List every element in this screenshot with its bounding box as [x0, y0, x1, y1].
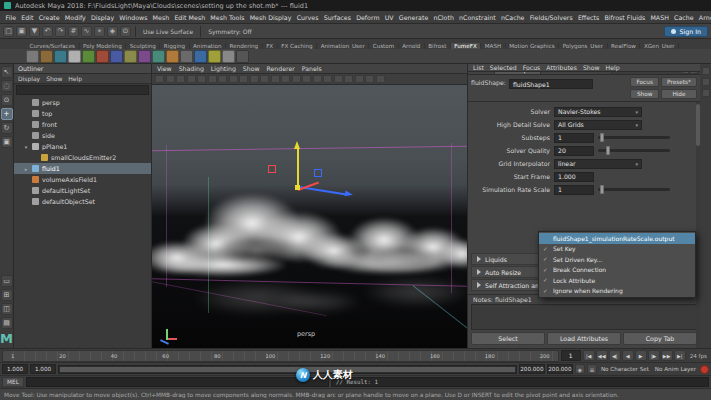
menu-item[interactable]: MASH	[648, 14, 672, 21]
step-back-frame-button[interactable]: ◀|	[609, 350, 621, 361]
menu-item[interactable]: Effects	[575, 14, 602, 21]
menu-item[interactable]: Create	[36, 14, 62, 21]
grid-icon[interactable]	[229, 75, 238, 83]
move-manipulator-z-cone[interactable]	[345, 190, 354, 197]
shelf-tab-realflow[interactable]: RealFlow	[608, 43, 641, 49]
timeline-ticks[interactable]: 120406080100120140160180200	[2, 350, 559, 362]
menu-item[interactable]: Mesh Display	[247, 14, 294, 21]
shelf-icon-8[interactable]	[124, 50, 137, 63]
symmetry-label[interactable]: Symmetry: Off	[205, 28, 254, 35]
menu-item[interactable]: Arnold	[696, 14, 711, 21]
current-frame-field[interactable]: 1	[561, 350, 581, 361]
outliner-search-input[interactable]	[16, 85, 149, 95]
move-manipulator-xy-plane-handle[interactable]	[268, 165, 276, 173]
context-menu-item-lock-attribute[interactable]: ✓ Lock Attribute	[539, 275, 695, 286]
solver-quality-field[interactable]: 20	[554, 146, 594, 156]
rotate-tool[interactable]: ↻	[1, 122, 13, 134]
copy-tab-button[interactable]: Copy Tab	[623, 332, 697, 345]
shelf-icon-16[interactable]	[236, 50, 249, 63]
shelf-tab-motion-graphics[interactable]: Motion Graphics	[506, 43, 559, 49]
open-scene-icon[interactable]: ▣	[16, 26, 27, 37]
character-set-selector[interactable]: No Character Set	[599, 366, 651, 372]
range-slider-bar-inner[interactable]	[60, 367, 515, 372]
snap-to-curve-icon[interactable]: ∿	[81, 26, 92, 37]
menu-item[interactable]: File	[3, 14, 19, 21]
viewport-menu-item[interactable]: Show	[243, 65, 260, 72]
attribute-editor-menu-item[interactable]: Help	[606, 64, 620, 71]
shaded-icon[interactable]	[313, 75, 322, 83]
shelf-tab-xgen-user[interactable]: XGen_User	[640, 43, 679, 49]
field-chart-icon[interactable]	[271, 75, 280, 83]
attribute-editor-menu-item[interactable]: Attributes	[546, 64, 577, 71]
context-menu-item-set-key[interactable]: ✓ Set Key	[539, 244, 695, 255]
single-pane-layout-button[interactable]: ▭	[1, 275, 13, 287]
shelf-tab-fx[interactable]: FX	[263, 43, 278, 49]
snap-to-point-icon[interactable]: ⌖	[94, 26, 105, 37]
save-scene-icon[interactable]: ▼	[29, 26, 40, 37]
move-manipulator-y-cone[interactable]	[294, 141, 300, 149]
lock-camera-icon[interactable]	[166, 75, 175, 83]
slider-handle[interactable]	[606, 146, 610, 155]
range-slider[interactable]	[58, 365, 517, 374]
outliner-item-defaultobjectset[interactable]: defaultObjectSet	[14, 196, 151, 207]
outliner-item-front[interactable]: front	[14, 119, 151, 130]
play-start-field[interactable]: 1.000	[30, 364, 56, 374]
menu-item[interactable]: Deform	[354, 14, 383, 21]
bookmarks-icon[interactable]	[187, 75, 196, 83]
shelf-tab-animation[interactable]: Animation	[190, 43, 227, 49]
shelf-tab-bifrost[interactable]: Bifrost	[425, 43, 451, 49]
shelf-icon-13[interactable]	[194, 50, 207, 63]
outliner-menu-item[interactable]: Display	[18, 75, 40, 82]
ae-tab-fluid1[interactable]: fluid1	[468, 72, 495, 74]
safe-title-icon[interactable]	[292, 75, 301, 83]
snap-to-plane-icon[interactable]: ◈	[107, 26, 118, 37]
shelf-tab-animation-user[interactable]: Animation_User	[317, 43, 369, 49]
shadows-icon[interactable]	[344, 75, 353, 83]
anim-start-field[interactable]: 1.000	[2, 364, 28, 374]
snap-to-grid-icon[interactable]: #	[68, 26, 79, 37]
outliner-persp-layout-button[interactable]: ▤	[1, 317, 13, 329]
hide-button[interactable]: Hide	[661, 89, 697, 99]
menu-item[interactable]: Fields/Solvers	[527, 14, 575, 21]
outliner-item-volumeaxisfield1[interactable]: volumeAxisField1	[14, 174, 151, 185]
shelf-tab-fumefx[interactable]: FumeFX	[451, 43, 481, 49]
shelf-tab-rendering[interactable]: Rendering	[226, 43, 263, 49]
motion-blur-icon[interactable]	[365, 75, 374, 83]
node-name-field[interactable]: fluidShape1	[509, 79, 593, 89]
character-set-icon[interactable]: ◈	[575, 364, 585, 374]
menu-item[interactable]: Surfaces	[321, 14, 353, 21]
slider-handle[interactable]	[600, 133, 604, 142]
go-to-end-button[interactable]: ▶|	[674, 350, 686, 361]
menu-item[interactable]: nCloth	[431, 14, 457, 21]
scrollbar-thumb[interactable]	[696, 104, 700, 146]
attribute-editor-menu-item[interactable]: Show	[583, 64, 600, 71]
camera-attributes-icon[interactable]	[176, 75, 185, 83]
move-manipulator-center[interactable]	[295, 185, 300, 190]
wireframe-icon[interactable]	[302, 75, 311, 83]
move-manipulator-y-axis[interactable]	[297, 149, 299, 187]
shelf-tab-arnold[interactable]: Arnold	[399, 43, 425, 49]
step-forward-frame-button[interactable]: |▶	[648, 350, 660, 361]
outliner-item-top[interactable]: top	[14, 108, 151, 119]
attribute-editor-scrollbar[interactable]	[696, 102, 700, 348]
tab-scroll-left-icon[interactable]: ◀	[681, 72, 689, 74]
notes-area[interactable]	[471, 304, 697, 330]
live-surface-label[interactable]: Use Live Surface	[140, 28, 196, 35]
context-menu-item-attribute-name[interactable]: fluidShape1_simulationRateScale.output	[539, 233, 695, 244]
shelf-icon-6[interactable]	[96, 50, 109, 63]
menu-item[interactable]: Mesh	[150, 14, 172, 21]
solver-quality-slider[interactable]	[598, 149, 670, 152]
shelf-tab-sculpting[interactable]: Sculpting	[126, 43, 160, 49]
select-tool[interactable]: ↖	[1, 66, 13, 78]
simulation-rate-scale-slider[interactable]	[598, 188, 670, 191]
shelf-tab-fx-caching[interactable]: FX Caching	[278, 43, 317, 49]
context-menu-item-break-connection[interactable]: ✓ Break Connection	[539, 265, 695, 276]
outliner-menu-item[interactable]: Help	[68, 75, 82, 82]
shelf-icon-12[interactable]	[180, 50, 193, 63]
substeps-slider[interactable]	[598, 136, 670, 139]
lasso-select-tool[interactable]: ◌	[1, 80, 13, 92]
viewport-canvas[interactable]: persp	[152, 85, 467, 348]
go-to-start-button[interactable]: |◀	[583, 350, 595, 361]
outliner-item-side[interactable]: side	[14, 130, 151, 141]
viewport-menu-item[interactable]: Lighting	[211, 65, 236, 72]
